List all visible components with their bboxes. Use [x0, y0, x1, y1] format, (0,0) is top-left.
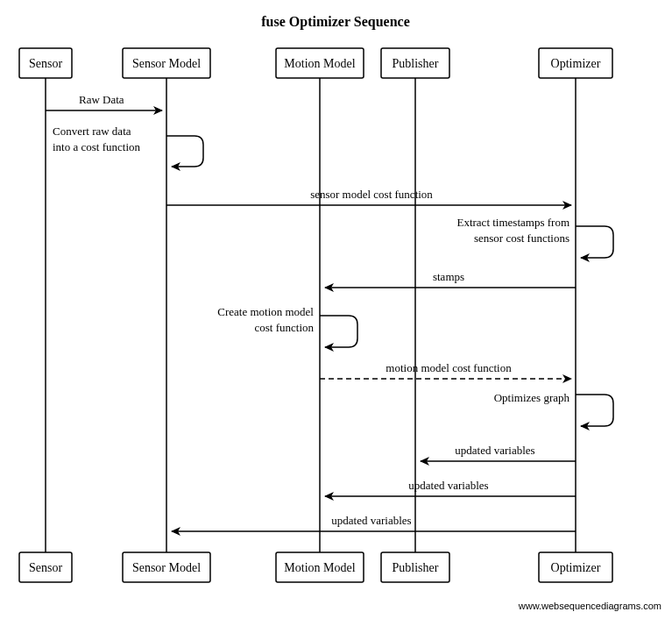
svg-text:Create motion model: Create motion model: [217, 305, 314, 318]
svg-text:Optimizer: Optimizer: [551, 57, 601, 70]
participant-sensor-top: Sensor: [19, 48, 72, 78]
svg-text:sensor cost functions: sensor cost functions: [474, 231, 569, 245]
msg-updated-motion: updated variables: [325, 479, 576, 496]
svg-text:into a cost function: into a cost function: [53, 140, 141, 153]
svg-text:Publisher: Publisher: [393, 561, 439, 574]
msg-updated-publisher: updated variables: [421, 444, 576, 461]
credit-text: www.websequencediagrams.com: [518, 601, 661, 611]
svg-text:updated variables: updated variables: [408, 479, 488, 492]
svg-text:Convert raw data: Convert raw data: [53, 125, 131, 138]
participant-publisher-top: Publisher: [381, 48, 449, 78]
msg-motion-cost: motion model cost function: [320, 361, 571, 379]
participant-motion-model-bottom: Motion Model: [276, 552, 364, 582]
svg-text:cost function: cost function: [254, 321, 314, 334]
diagram-title: fuse Optimizer Sequence: [261, 14, 409, 30]
svg-text:updated variables: updated variables: [455, 444, 534, 457]
svg-text:updated variables: updated variables: [331, 514, 411, 527]
svg-text:Extract timestamps from: Extract timestamps from: [456, 216, 569, 229]
participant-sensor-model-top: Sensor Model: [123, 48, 210, 78]
svg-text:sensor model cost function: sensor model cost function: [310, 188, 433, 201]
participant-optimizer-top: Optimizer: [539, 48, 612, 78]
svg-text:Optimizer: Optimizer: [551, 561, 601, 574]
msg-sensor-cost: sensor model cost function: [166, 188, 571, 205]
participant-motion-model-top: Motion Model: [276, 48, 364, 78]
svg-text:stamps: stamps: [433, 270, 464, 283]
svg-text:Sensor Model: Sensor Model: [132, 561, 201, 574]
msg-optimizes-self: Optimizes graph: [494, 391, 613, 426]
svg-text:Sensor: Sensor: [29, 561, 62, 574]
svg-text:Motion Model: Motion Model: [284, 57, 355, 70]
svg-text:Motion Model: Motion Model: [284, 561, 355, 574]
svg-text:Raw Data: Raw Data: [79, 93, 124, 106]
participant-sensor-model-bottom: Sensor Model: [123, 552, 210, 582]
svg-text:Publisher: Publisher: [393, 57, 439, 70]
svg-text:motion model cost function: motion model cost function: [386, 361, 512, 374]
participant-optimizer-bottom: Optimizer: [539, 552, 612, 582]
svg-text:Sensor Model: Sensor Model: [132, 57, 201, 70]
sequence-diagram: fuse Optimizer Sequence Sensor Sensor Mo…: [0, 0, 672, 619]
msg-stamps: stamps: [325, 270, 576, 288]
participant-sensor-bottom: Sensor: [19, 552, 72, 582]
msg-create-self: Create motion model cost function: [217, 305, 357, 347]
msg-extract-self: Extract timestamps from sensor cost func…: [456, 216, 613, 258]
msg-raw-data: Raw Data: [46, 93, 162, 110]
msg-convert-self: Convert raw data into a cost function: [53, 125, 203, 167]
svg-text:Sensor: Sensor: [29, 57, 62, 70]
msg-updated-sensor-model: updated variables: [172, 514, 576, 531]
participant-publisher-bottom: Publisher: [381, 552, 449, 582]
svg-text:Optimizes graph: Optimizes graph: [494, 391, 570, 404]
